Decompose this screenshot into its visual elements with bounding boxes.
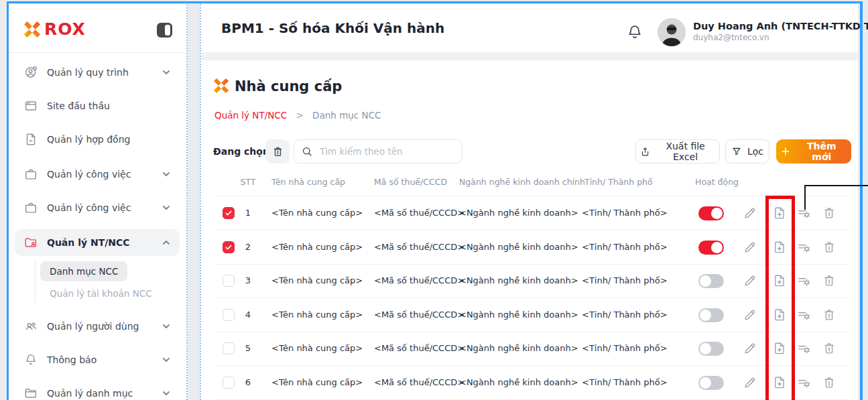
edit-button[interactable] — [743, 240, 757, 255]
search-input[interactable] — [318, 145, 455, 157]
edit-button[interactable] — [743, 273, 757, 288]
add-file-button[interactable] — [772, 273, 787, 288]
row-checkbox[interactable] — [223, 275, 235, 287]
toggle-knob — [700, 377, 711, 389]
edit-button[interactable] — [743, 375, 757, 390]
cell-tax-code: <Mã số thuế/CCCD> — [374, 332, 464, 365]
cell-stt: 6 — [240, 366, 256, 399]
config-list-button[interactable] — [796, 240, 811, 255]
active-toggle[interactable] — [698, 308, 724, 322]
bell-icon — [626, 23, 643, 41]
chevron-down-icon — [161, 354, 172, 365]
edit-button[interactable] — [743, 308, 757, 322]
sidebar-item-thong-bao[interactable]: Thông báo — [15, 352, 180, 368]
cell-supplier-name: <Tên nhà cung cấp> — [271, 230, 363, 264]
sidebar-item-label: Quản lý hợp đồng — [47, 134, 130, 145]
table-body: 1 <Tên nhà cung cấp> <Mã số thuế/CCCD> <… — [214, 196, 850, 400]
config-list-button[interactable] — [796, 273, 811, 288]
column-header-active: Hoạt động — [695, 174, 739, 190]
pencil-icon — [743, 308, 757, 322]
row-checkbox[interactable] — [223, 377, 235, 389]
row-checkbox[interactable] — [223, 309, 235, 321]
active-toggle[interactable] — [698, 241, 724, 255]
breadcrumb-link-quan-ly-nt-ncc[interactable]: Quản lý NT/NCC — [214, 110, 287, 121]
active-toggle[interactable] — [698, 376, 724, 390]
list-gear-icon — [796, 206, 811, 220]
edit-button[interactable] — [743, 206, 757, 220]
sidebar-item-label: Quản lý công việc — [47, 202, 131, 213]
active-toggle[interactable] — [698, 342, 724, 356]
notifications-button[interactable] — [626, 23, 643, 41]
bulk-delete-button[interactable] — [265, 139, 290, 163]
check-icon — [225, 243, 233, 251]
column-header-industry: Ngành nghề kinh doanh chính — [459, 174, 585, 190]
sidebar-collapse-button[interactable] — [157, 23, 172, 38]
export-icon — [640, 146, 650, 157]
file-plus-icon — [772, 206, 787, 220]
trash-icon — [822, 273, 836, 288]
table-row: 4 <Tên nhà cung cấp> <Mã số thuế/CCCD> <… — [214, 298, 850, 332]
chevron-up-icon — [161, 237, 172, 248]
sidebar-item-quan-ly-nt-ncc[interactable]: Quản lý NT/NCC — [15, 229, 180, 256]
sidebar-item-site-dau-thau[interactable]: Site đấu thầu — [15, 98, 180, 114]
cell-supplier-name: <Tên nhà cung cấp> — [271, 366, 363, 399]
config-list-button[interactable] — [796, 375, 811, 390]
edit-button[interactable] — [743, 341, 757, 356]
column-header-tax: Mã số thuế/CCCD — [374, 174, 447, 190]
toggle-knob — [711, 208, 723, 219]
cell-tax-code: <Mã số thuế/CCCD> — [374, 366, 464, 399]
trash-icon — [822, 375, 836, 390]
avatar[interactable] — [658, 18, 686, 46]
sidebar-item-quan-ly-cong-viec-1[interactable]: Quản lý công việc — [15, 166, 180, 182]
cell-province: <Tỉnh/ Thành phố> — [582, 230, 668, 264]
sidebar-item-quan-ly-quy-trinh[interactable]: Quản lý quy trình — [15, 64, 180, 80]
active-toggle[interactable] — [698, 206, 724, 220]
breadcrumb: Quản lý NT/NCC > Danh mục NCC — [214, 109, 381, 122]
toggle-knob — [700, 310, 711, 321]
add-file-button[interactable] — [772, 240, 787, 255]
table-row: 1 <Tên nhà cung cấp> <Mã số thuế/CCCD> <… — [214, 196, 850, 230]
add-file-button[interactable] — [772, 375, 787, 390]
active-toggle[interactable] — [698, 274, 724, 288]
add-label: Thêm mới — [796, 141, 847, 162]
file-plus-icon — [772, 240, 787, 255]
config-list-button[interactable] — [796, 341, 811, 356]
cell-supplier-name: <Tên nhà cung cấp> — [271, 332, 363, 365]
row-checkbox[interactable] — [223, 241, 235, 253]
toggle-knob — [711, 242, 723, 253]
breadcrumb-current: Danh mục NCC — [312, 110, 381, 121]
delete-button[interactable] — [822, 206, 836, 220]
filter-button[interactable]: Lọc — [725, 139, 769, 163]
chevron-down-icon — [161, 388, 172, 399]
sidebar-item-quan-ly-hop-dong[interactable]: Quản lý hợp đồng — [15, 131, 180, 147]
row-checkbox[interactable] — [223, 342, 235, 354]
cell-supplier-name: <Tên nhà cung cấp> — [271, 298, 363, 332]
sidebar-item-quan-ly-nguoi-dung[interactable]: Quản lý người dùng — [15, 318, 180, 334]
delete-button[interactable] — [822, 341, 836, 356]
add-file-button[interactable] — [772, 308, 787, 322]
delete-button[interactable] — [822, 375, 836, 390]
add-new-button[interactable]: Thêm mới — [776, 139, 851, 163]
sidebar-item-quan-ly-cong-viec-2[interactable]: Quản lý công việc — [15, 200, 180, 216]
delete-button[interactable] — [822, 240, 836, 255]
delete-button[interactable] — [822, 308, 836, 322]
cell-supplier-name: <Tên nhà cung cấp> — [271, 264, 363, 297]
user-menu[interactable]: Duy Hoang Anh (TNTECH-TTKD TKT... duyha2… — [693, 20, 868, 43]
sidebar-item-label: Quản lý danh mục — [47, 388, 133, 399]
document-icon — [23, 132, 38, 147]
sidebar-subitem-quan-ly-tai-khoan-ncc[interactable]: Quản lý tài khoản NCC — [50, 285, 152, 302]
config-list-button[interactable] — [796, 308, 811, 322]
folder-user-icon — [23, 235, 38, 250]
sidebar-subitem-danh-muc-ncc[interactable]: Danh mục NCC — [40, 261, 127, 281]
config-list-button[interactable] — [796, 206, 811, 220]
cell-industry: <Ngành nghề kinh doanh> — [459, 332, 578, 365]
row-checkbox[interactable] — [223, 207, 235, 219]
column-header-name: Tên nhà cung cấp — [271, 174, 345, 190]
export-excel-button[interactable]: Xuất file Excel — [635, 139, 720, 163]
sidebar-item-quan-ly-danh-muc[interactable]: Quản lý danh mục — [15, 385, 180, 400]
cell-stt: 3 — [240, 264, 256, 297]
add-file-button[interactable] — [772, 341, 787, 356]
delete-button[interactable] — [822, 273, 836, 288]
folder-icon — [23, 386, 38, 400]
add-file-button[interactable] — [772, 206, 787, 220]
